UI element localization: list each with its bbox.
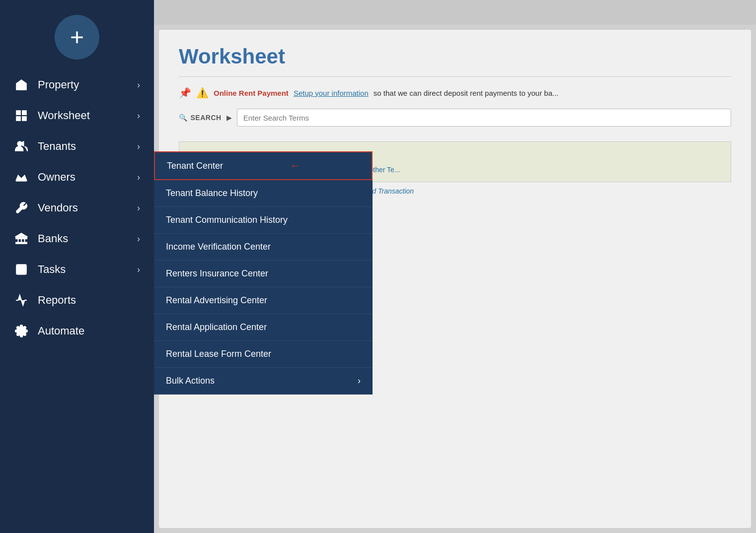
add-button[interactable]: + — [55, 15, 99, 60]
checkbox-icon — [14, 263, 29, 276]
plus-icon: + — [70, 25, 84, 49]
svg-rect-2 — [22, 111, 26, 115]
alert-setup-link[interactable]: Setup your information — [294, 89, 369, 97]
rental-advertising-label: Rental Advertising Center — [166, 295, 267, 306]
dropdown-item-tenant-center[interactable]: Tenant Center ← — [154, 151, 373, 180]
sidebar-label-vendors: Vendors — [38, 201, 78, 214]
people-icon — [14, 140, 29, 153]
dropdown-item-tenant-communication-history[interactable]: Tenant Communication History — [154, 207, 373, 234]
dropdown-item-income-verification[interactable]: Income Verification Center — [154, 234, 373, 261]
alert-normal-text: so that we can direct deposit rent payme… — [374, 89, 559, 97]
chart-icon — [14, 294, 29, 307]
sidebar-item-worksheet[interactable]: Worksheet › — [0, 100, 154, 131]
page-title: Worksheet — [179, 45, 731, 68]
chevron-icon: › — [137, 141, 140, 152]
dropdown-item-bulk-actions[interactable]: Bulk Actions › — [154, 368, 373, 395]
dropdown-item-renters-insurance[interactable]: Renters Insurance Center — [154, 261, 373, 287]
tenant-balance-history-label: Tenant Balance History — [166, 188, 258, 199]
divider — [179, 76, 731, 77]
warning-icon: ⚠️ — [196, 87, 209, 99]
dropdown-item-rental-advertising[interactable]: Rental Advertising Center — [154, 287, 373, 314]
dropdown-item-rental-lease-form[interactable]: Rental Lease Form Center — [154, 341, 373, 368]
tenant-communication-history-label: Tenant Communication History — [166, 215, 288, 225]
chevron-icon: › — [137, 172, 140, 183]
wrench-icon — [14, 201, 29, 214]
search-icon: 🔍 — [179, 114, 188, 122]
chevron-icon: › — [137, 265, 140, 275]
svg-rect-0 — [20, 86, 23, 90]
sidebar-label-tenants: Tenants — [38, 140, 76, 153]
top-bar — [154, 0, 756, 25]
svg-marker-9 — [16, 233, 27, 237]
search-label-container: 🔍 SEARCH — [179, 114, 222, 122]
sidebar-item-banks[interactable]: Banks › — [0, 223, 154, 254]
sidebar-nav: Property › Worksheet › — [0, 69, 154, 533]
sidebar-label-reports: Reports — [38, 294, 76, 307]
sidebar-label-banks: Banks — [38, 232, 68, 245]
sidebar-item-owners[interactable]: Owners › — [0, 162, 154, 193]
sidebar-label-property: Property — [38, 78, 79, 91]
pin-icon: 📌 — [179, 87, 191, 99]
crown-icon — [14, 171, 29, 184]
alert-row: 📌 ⚠️ Online Rent Payment Setup your info… — [179, 87, 731, 99]
alert-bold-text: Online Rent Payment — [214, 89, 289, 97]
tenants-dropdown-menu: Tenant Center ← Tenant Balance History T… — [154, 151, 373, 395]
red-arrow-icon: ← — [290, 159, 301, 172]
dropdown-item-rental-application[interactable]: Rental Application Center — [154, 314, 373, 341]
svg-rect-4 — [22, 117, 26, 121]
sidebar-item-tasks[interactable]: Tasks › — [0, 254, 154, 285]
chevron-icon: › — [137, 80, 140, 90]
grid-icon — [14, 109, 29, 122]
search-input[interactable] — [237, 109, 731, 127]
svg-rect-1 — [16, 111, 20, 115]
home-icon — [14, 78, 29, 91]
rental-lease-form-label: Rental Lease Form Center — [166, 349, 271, 359]
chevron-icon: › — [137, 111, 140, 121]
svg-rect-3 — [16, 117, 20, 121]
sidebar: + Property › Works — [0, 0, 154, 533]
bulk-actions-chevron-icon: › — [358, 376, 361, 386]
renters-insurance-label: Renters Insurance Center — [166, 268, 268, 279]
search-label-text: SEARCH — [191, 114, 222, 122]
bulk-actions-label: Bulk Actions — [166, 376, 215, 386]
sidebar-item-reports[interactable]: Reports — [0, 285, 154, 316]
sidebar-item-automate[interactable]: Automate — [0, 316, 154, 346]
sidebar-label-owners: Owners — [38, 171, 76, 184]
income-verification-label: Income Verification Center — [166, 242, 271, 252]
sidebar-label-tasks: Tasks — [38, 263, 66, 276]
chevron-icon: › — [137, 203, 140, 213]
sidebar-item-tenants[interactable]: Tenants › — [0, 131, 154, 162]
rental-application-label: Rental Application Center — [166, 322, 267, 333]
svg-point-5 — [17, 141, 22, 146]
sidebar-label-automate: Automate — [38, 325, 84, 337]
svg-rect-7 — [16, 243, 27, 244]
search-row: 🔍 SEARCH ▶ — [179, 109, 731, 127]
dropdown-item-tenant-balance-history[interactable]: Tenant Balance History — [154, 180, 373, 207]
search-arrow-icon: ▶ — [227, 114, 232, 122]
tenant-center-label: Tenant Center — [167, 161, 223, 171]
sidebar-item-vendors[interactable]: Vendors › — [0, 193, 154, 223]
bank-icon — [14, 232, 29, 245]
settings-icon — [14, 325, 29, 337]
chevron-icon: › — [137, 234, 140, 244]
sidebar-item-property[interactable]: Property › — [0, 69, 154, 100]
sidebar-label-worksheet: Worksheet — [38, 109, 90, 122]
